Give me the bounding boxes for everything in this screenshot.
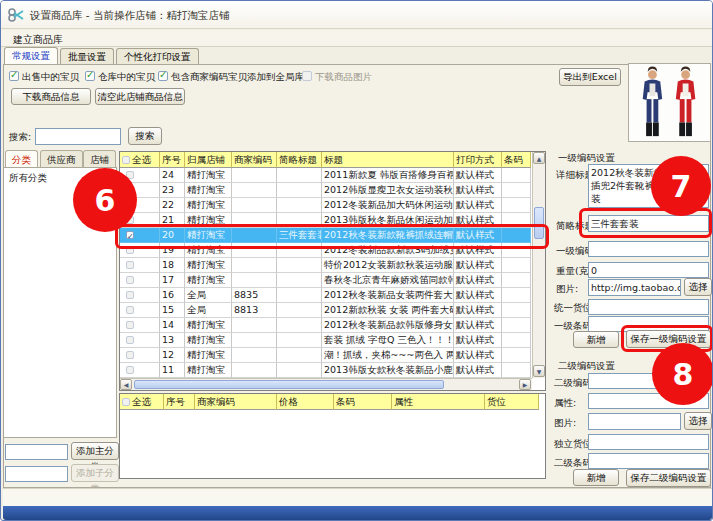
left-tab-category[interactable]: 分类 xyxy=(5,150,38,168)
main-category-input[interactable] xyxy=(5,444,68,460)
table-row[interactable]: 21精打淘宝2013韩版秋冬新品休闲运动加厚棉默认样式 xyxy=(120,213,545,228)
column-header[interactable]: 属性 xyxy=(392,394,485,410)
left-tab-supplier[interactable]: 供应商 xyxy=(40,150,83,168)
row-select-cell[interactable] xyxy=(120,228,160,243)
level2-choose-image-button[interactable]: 选择 xyxy=(684,412,712,430)
table-row[interactable]: 18精打淘宝特价2012女装新款秋装运动服纯棉默认样式 xyxy=(120,258,545,273)
search-button[interactable]: 搜索 xyxy=(128,127,162,145)
product-table-vscrollbar[interactable]: ▲ ▼ xyxy=(532,152,545,378)
row-cell xyxy=(277,288,322,303)
row-checkbox[interactable] xyxy=(126,336,134,344)
table-row[interactable]: 14精打淘宝2012秋冬装新品款韩版修身女装卫默认样式 xyxy=(120,318,545,333)
row-checkbox[interactable] xyxy=(126,366,134,374)
table-row[interactable]: 12精打淘宝潮！抓绒，夹棉~~~两色入 两件套默认样式 xyxy=(120,348,545,363)
column-header[interactable]: 条码 xyxy=(502,152,531,168)
attribute-label: 属性: xyxy=(554,397,576,410)
select-all-checkbox[interactable] xyxy=(122,156,130,164)
filter-onsale[interactable]: 出售中的宝贝 xyxy=(9,71,79,84)
scroll-up-button[interactable]: ▲ xyxy=(533,152,545,164)
level1-add-button[interactable]: 新增 xyxy=(573,331,619,348)
checkbox-include-code[interactable] xyxy=(158,71,168,81)
column-header[interactable]: 序号 xyxy=(164,394,195,410)
checkbox-warehouse[interactable] xyxy=(85,71,95,81)
hscroll-thumb[interactable] xyxy=(134,380,444,389)
level2-add-button[interactable]: 新增 xyxy=(573,469,619,486)
short-title-input[interactable]: 三件套套装 xyxy=(588,215,709,232)
left-tab-shop[interactable]: 店铺 xyxy=(83,150,116,168)
weight-input[interactable]: 0 xyxy=(588,262,709,278)
table-row[interactable]: 16全局88352012秋冬装新品女装两件套大码休默认样式 xyxy=(120,288,545,303)
table-row[interactable]: 17精打淘宝春秋冬北京青年麻娇戏笛同款韩版默认样式 xyxy=(120,273,545,288)
column-header[interactable]: 条码 xyxy=(334,394,392,410)
search-input[interactable] xyxy=(35,128,121,145)
row-select-cell[interactable] xyxy=(120,318,160,333)
checkbox-download-image[interactable] xyxy=(302,71,312,81)
tab-print-settings[interactable]: 个性化打印设置 xyxy=(116,48,199,65)
column-header[interactable]: 打印方式 xyxy=(454,152,502,168)
table-row[interactable]: 23精打淘宝2012韩版显瘦卫衣女运动装秋冬装默认样式 xyxy=(120,183,545,198)
row-checkbox[interactable] xyxy=(126,321,134,329)
column-header[interactable]: 货位 xyxy=(485,394,539,410)
level1-choose-image-button[interactable]: 选择 xyxy=(684,278,712,296)
row-checkbox[interactable] xyxy=(126,246,134,254)
column-header[interactable]: 简略标题 xyxy=(277,152,322,168)
select-all-checkbox[interactable] xyxy=(122,398,130,406)
add-sub-category-button[interactable]: 添加子分类 xyxy=(71,464,119,482)
column-header[interactable]: 标题 xyxy=(322,152,454,168)
independent-location-input[interactable] xyxy=(588,434,709,450)
scroll-down-button[interactable]: ▼ xyxy=(533,365,545,377)
row-select-cell[interactable] xyxy=(120,258,160,273)
table-row[interactable]: 22精打淘宝2012冬装新品加大码休闲运动服卫默认样式 xyxy=(120,198,545,213)
column-header[interactable]: 全选 xyxy=(120,394,164,410)
export-excel-button[interactable]: 导出到Excel xyxy=(559,68,621,86)
row-cell xyxy=(502,213,531,228)
row-checkbox[interactable] xyxy=(126,231,134,239)
bottom-bar xyxy=(3,506,712,520)
row-checkbox[interactable] xyxy=(126,351,134,359)
level2-barcode-input[interactable] xyxy=(588,453,709,469)
row-checkbox[interactable] xyxy=(126,261,134,269)
clear-shop-button[interactable]: 清空此店铺商品信息 xyxy=(95,88,185,105)
menu-item-build-library[interactable]: 建立商品库 xyxy=(13,33,63,47)
table-row[interactable]: 13精打淘宝套装 抓绒 字母Q 三色入！！！！默认样式 xyxy=(120,333,545,348)
filter-warehouse[interactable]: 仓库中的宝贝 xyxy=(85,71,155,84)
row-checkbox[interactable] xyxy=(126,276,134,284)
column-header[interactable]: 全选 xyxy=(120,152,160,168)
scroll-left-button[interactable]: ◀ xyxy=(120,379,132,390)
table-row[interactable]: 15全局88132012新款秋装 女装 两件套大码 休默认样式 xyxy=(120,303,545,318)
sub-category-input[interactable] xyxy=(5,466,68,482)
row-select-cell[interactable] xyxy=(120,333,160,348)
row-select-cell[interactable] xyxy=(120,303,160,318)
column-header[interactable]: 商家编码 xyxy=(232,152,277,168)
filter-download-image[interactable]: 下载商品图片 xyxy=(302,71,372,84)
row-select-cell[interactable] xyxy=(120,363,160,378)
column-header[interactable]: 商家编码 xyxy=(195,394,277,410)
level2-image-input[interactable] xyxy=(588,413,681,430)
level1-code-input[interactable] xyxy=(588,241,709,257)
vscroll-thumb[interactable] xyxy=(534,207,544,239)
row-select-cell[interactable] xyxy=(120,243,160,258)
table-row[interactable]: 11精打淘宝2013韩版女款秋冬装新品小鹿款运默认样式 xyxy=(120,363,545,378)
tab-general-settings[interactable]: 常规设置 xyxy=(4,47,58,65)
download-info-button[interactable]: 下载商品信息 xyxy=(11,88,91,105)
save-level2-button[interactable]: 保存二级编码设置 xyxy=(626,469,711,487)
column-header[interactable]: 归属店铺 xyxy=(185,152,232,168)
table-row[interactable]: 24精打淘宝2011新款夏 韩版百搭修身百褶裙 大默认样式 xyxy=(120,168,545,183)
table-row[interactable]: 19精打淘宝2012冬装新品款新款S码加绒女装默认样式 xyxy=(120,243,545,258)
filter-include-code[interactable]: 包含商家编码宝贝添加到全局库 xyxy=(158,71,304,84)
unified-location-input[interactable] xyxy=(588,299,709,315)
row-select-cell[interactable] xyxy=(120,288,160,303)
column-header[interactable]: 序号 xyxy=(160,152,185,168)
column-header[interactable]: 价格 xyxy=(277,394,334,410)
scroll-right-button[interactable]: ▶ xyxy=(519,379,531,390)
level1-image-input[interactable]: http://img.taobao.co xyxy=(588,279,681,296)
row-select-cell[interactable] xyxy=(120,348,160,363)
tab-batch-settings[interactable]: 批量设置 xyxy=(60,48,114,65)
product-table-hscrollbar[interactable]: ◀ ▶ xyxy=(120,378,532,390)
add-main-category-button[interactable]: 添加主分类 xyxy=(71,442,119,460)
checkbox-onsale[interactable] xyxy=(9,71,19,81)
row-select-cell[interactable] xyxy=(120,273,160,288)
row-checkbox[interactable] xyxy=(126,291,134,299)
row-checkbox[interactable] xyxy=(126,306,134,314)
table-row[interactable]: 20精打淘宝三件套套装2012秋冬装新款靴裤抓绒连帽插兜默认样式 xyxy=(120,228,545,243)
